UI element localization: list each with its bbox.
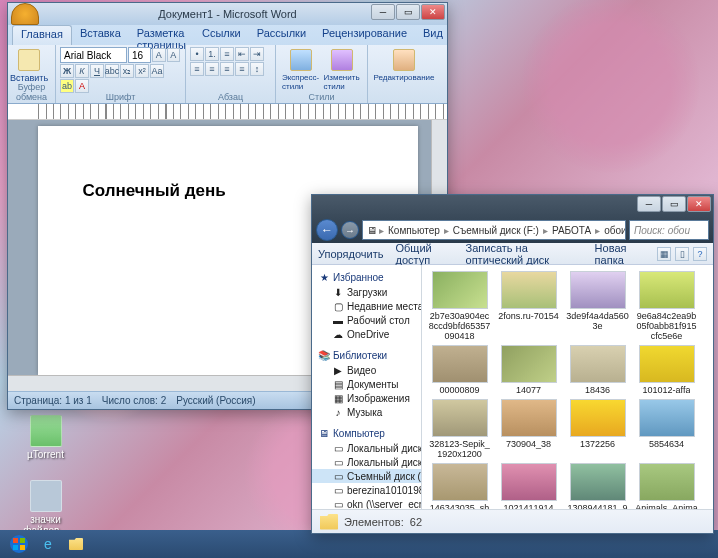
explorer-titlebar[interactable]: ─ ▭ ✕ — [312, 195, 713, 217]
tree-pictures[interactable]: ▦Изображения — [312, 391, 421, 405]
tree-drive-d[interactable]: ▭Локальный диск (D:) — [312, 455, 421, 469]
close-button[interactable]: ✕ — [687, 196, 711, 212]
organize-menu[interactable]: Упорядочить — [318, 248, 383, 260]
search-input[interactable]: Поиск: обои — [629, 220, 709, 240]
tree-computer-head[interactable]: 🖥Компьютер — [312, 425, 421, 441]
paste-button[interactable]: Вставить — [12, 47, 46, 85]
file-thumb[interactable]: 9e6a84c2ea9b05f0abb81f915cfc5e6e — [635, 271, 698, 341]
back-button[interactable]: ← — [316, 219, 338, 241]
align-center-button[interactable]: ≡ — [205, 62, 219, 76]
nav-tree[interactable]: ★Избранное ⬇Загрузки ▢Недавние места ▬Ра… — [312, 265, 422, 509]
change-styles-button[interactable]: Изменить стили — [322, 47, 364, 93]
ruler[interactable] — [8, 104, 447, 120]
file-thumb[interactable]: 1021411914 — [497, 463, 560, 509]
view-options-button[interactable]: ▦ — [657, 247, 671, 261]
desktop-icon-utorrent[interactable]: µTorrent — [18, 415, 73, 460]
tree-downloads[interactable]: ⬇Загрузки — [312, 285, 421, 299]
tab-references[interactable]: Ссылки — [194, 25, 249, 45]
tree-drive-c[interactable]: ▭Локальный диск (C:) — [312, 441, 421, 455]
tab-home[interactable]: Главная — [12, 25, 72, 45]
file-grid[interactable]: 2b7e30a904ec8ccd9bfd653570904182fons.ru-… — [422, 265, 713, 509]
tab-insert[interactable]: Вставка — [72, 25, 129, 45]
tree-favorites-head[interactable]: ★Избранное — [312, 269, 421, 285]
desktop-icon-file-icons[interactable]: значки файлов... — [18, 480, 73, 536]
thumb-label: 3de9f4a4da5603e — [566, 311, 629, 331]
status-page[interactable]: Страница: 1 из 1 — [14, 395, 92, 406]
tree-network-drive[interactable]: ▭okn (\\server_ecri) (Z:) — [312, 497, 421, 509]
close-button[interactable]: ✕ — [421, 4, 445, 20]
file-thumb[interactable]: 730904_38 — [497, 399, 560, 459]
file-thumb[interactable]: 101012-affa — [635, 345, 698, 395]
file-thumb[interactable]: 146343035_sh1 — [428, 463, 491, 509]
new-folder-button[interactable]: Новая папка — [595, 242, 645, 266]
tree-recent[interactable]: ▢Недавние места — [312, 299, 421, 313]
file-thumb[interactable]: 00000809 — [428, 345, 491, 395]
tree-onedrive[interactable]: ☁OneDrive — [312, 327, 421, 341]
shrink-font-button[interactable]: A — [167, 48, 180, 62]
drive-icon: ▭ — [332, 442, 344, 454]
file-thumb[interactable]: 14077 — [497, 345, 560, 395]
burn-menu[interactable]: Записать на оптический диск — [466, 242, 583, 266]
editing-button[interactable]: Редактирование — [372, 47, 436, 84]
tab-view[interactable]: Вид — [415, 25, 451, 45]
tree-videos[interactable]: ▶Видео — [312, 363, 421, 377]
font-family-select[interactable]: Arial Black — [60, 47, 127, 63]
file-thumb[interactable]: 18436 — [566, 345, 629, 395]
font-color-button[interactable]: A — [75, 79, 89, 93]
tree-mail-drive[interactable]: ▭berezina10101984@mail.ru — [312, 483, 421, 497]
font-size-select[interactable]: 16 — [128, 47, 151, 63]
start-button[interactable] — [4, 530, 34, 558]
minimize-button[interactable]: ─ — [637, 196, 661, 212]
file-thumb[interactable]: 2b7e30a904ec8ccd9bfd65357090418 — [428, 271, 491, 341]
maximize-button[interactable]: ▭ — [662, 196, 686, 212]
highlight-button[interactable]: ab — [60, 79, 74, 93]
case-button[interactable]: Aa — [150, 64, 164, 78]
bold-button[interactable]: Ж — [60, 64, 74, 78]
tree-desktop[interactable]: ▬Рабочий стол — [312, 313, 421, 327]
numbering-button[interactable]: 1. — [205, 47, 219, 61]
office-button[interactable] — [11, 3, 39, 25]
tree-drive-f[interactable]: ▭Съемный диск (F:) — [312, 469, 421, 483]
status-words[interactable]: Число слов: 2 — [102, 395, 166, 406]
help-button[interactable]: ? — [693, 247, 707, 261]
status-lang[interactable]: Русский (Россия) — [176, 395, 255, 406]
align-right-button[interactable]: ≡ — [220, 62, 234, 76]
superscript-button[interactable]: x² — [135, 64, 149, 78]
quick-styles-button[interactable]: Экспресс-стили — [280, 47, 322, 93]
taskbar-explorer[interactable] — [64, 533, 88, 555]
file-thumb[interactable]: 328123-Sepik_1920x1200 — [428, 399, 491, 459]
thumb-image — [501, 345, 557, 383]
subscript-button[interactable]: x₂ — [120, 64, 134, 78]
tree-libraries-head[interactable]: 📚Библиотеки — [312, 347, 421, 363]
tab-mailings[interactable]: Рассылки — [249, 25, 314, 45]
indent-dec-button[interactable]: ⇤ — [235, 47, 249, 61]
multilevel-button[interactable]: ≡ — [220, 47, 234, 61]
file-thumb[interactable]: Animals_Animal_ — [635, 463, 698, 509]
align-left-button[interactable]: ≡ — [190, 62, 204, 76]
breadcrumb[interactable]: 🖥 ▸ Компьютер▸ Съемный диск (F:)▸ РАБОТА… — [362, 220, 626, 240]
tab-layout[interactable]: Разметка страницы — [129, 25, 194, 45]
minimize-button[interactable]: ─ — [371, 4, 395, 20]
tree-documents[interactable]: ▤Документы — [312, 377, 421, 391]
forward-button[interactable]: → — [341, 221, 359, 239]
share-menu[interactable]: Общий доступ — [395, 242, 453, 266]
word-titlebar[interactable]: Документ1 - Microsoft Word ─ ▭ ✕ — [8, 3, 447, 25]
bullets-button[interactable]: • — [190, 47, 204, 61]
maximize-button[interactable]: ▭ — [396, 4, 420, 20]
strike-button[interactable]: abc — [105, 64, 119, 78]
underline-button[interactable]: Ч — [90, 64, 104, 78]
file-thumb[interactable]: 1308944181_96be — [566, 463, 629, 509]
italic-button[interactable]: К — [75, 64, 89, 78]
tab-review[interactable]: Рецензирование — [314, 25, 415, 45]
line-spacing-button[interactable]: ↕ — [250, 62, 264, 76]
file-thumb[interactable]: 1372256 — [566, 399, 629, 459]
taskbar-ie[interactable]: e — [36, 533, 60, 555]
file-thumb[interactable]: 2fons.ru-70154 — [497, 271, 560, 341]
file-thumb[interactable]: 3de9f4a4da5603e — [566, 271, 629, 341]
indent-inc-button[interactable]: ⇥ — [250, 47, 264, 61]
file-thumb[interactable]: 5854634 — [635, 399, 698, 459]
preview-pane-button[interactable]: ▯ — [675, 247, 689, 261]
tree-music[interactable]: ♪Музыка — [312, 405, 421, 419]
grow-font-button[interactable]: A — [152, 48, 165, 62]
justify-button[interactable]: ≡ — [235, 62, 249, 76]
